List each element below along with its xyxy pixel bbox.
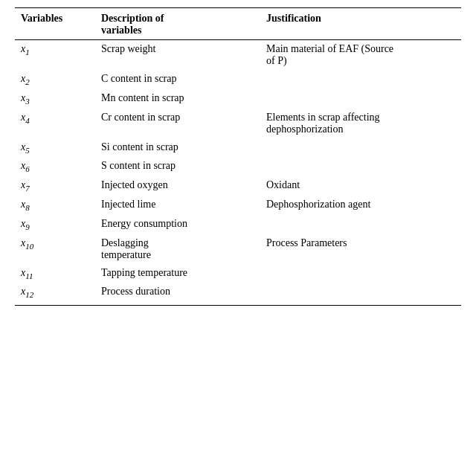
variable-x11: x11 <box>15 264 95 283</box>
description-x5: Si content in scrap <box>95 138 260 158</box>
description-x7: Injected oxygen <box>95 176 260 196</box>
table-row: x3 Mn content in scrap <box>15 89 461 109</box>
justification-x4: Elements in scrap affectingdephosphoriza… <box>260 109 461 138</box>
variable-x12: x12 <box>15 283 95 305</box>
variable-x8: x8 <box>15 196 95 215</box>
justification-x10: Process Parameters <box>260 234 461 264</box>
justification-x7: Oxidant <box>260 176 461 196</box>
table-row: x2 C content in scrap <box>15 70 461 89</box>
table-row: x12 Process duration <box>15 283 461 305</box>
description-x3: Mn content in scrap <box>95 89 260 109</box>
table-row: x1 Scrap weight Main material of EAF (So… <box>15 40 461 71</box>
header-variables: Variables <box>15 8 95 40</box>
variable-x6: x6 <box>15 157 95 176</box>
justification-x1: Main material of EAF (Sourceof P) <box>260 40 461 71</box>
justification-x9 <box>260 215 461 234</box>
description-x10: Deslagging temperature <box>95 234 260 264</box>
table-row: x7 Injected oxygen Oxidant <box>15 176 461 196</box>
table-row: x5 Si content in scrap <box>15 138 461 158</box>
variable-x7: x7 <box>15 176 95 196</box>
variable-x10: x10 <box>15 234 95 264</box>
variable-x2: x2 <box>15 70 95 89</box>
variable-x1: x1 <box>15 40 95 71</box>
justification-x8: Dephosphorization agent <box>260 196 461 215</box>
description-x1: Scrap weight <box>95 40 260 71</box>
variable-x5: x5 <box>15 138 95 158</box>
header-justification: Justification <box>260 8 461 40</box>
description-x4: Cr content in scrap <box>95 109 260 138</box>
header-description: Description of variables <box>95 8 260 40</box>
variable-x9: x9 <box>15 215 95 234</box>
justification-x11 <box>260 264 461 283</box>
variables-table: Variables Description of variables Justi… <box>15 7 461 306</box>
description-x6: S content in scrap <box>95 157 260 176</box>
description-x9: Energy consumption <box>95 215 260 234</box>
variable-x3: x3 <box>15 89 95 109</box>
justification-x2 <box>260 70 461 89</box>
table-row: x8 Injected lime Dephosphorization agent <box>15 196 461 215</box>
description-x2: C content in scrap <box>95 70 260 89</box>
description-x8: Injected lime <box>95 196 260 215</box>
table-row: x9 Energy consumption <box>15 215 461 234</box>
table-row: x6 S content in scrap <box>15 157 461 176</box>
table-row: x10 Deslagging temperature Process Param… <box>15 234 461 264</box>
variable-x4: x4 <box>15 109 95 138</box>
justification-x12 <box>260 283 461 305</box>
justification-x5 <box>260 138 461 158</box>
justification-x3 <box>260 89 461 109</box>
justification-x6 <box>260 157 461 176</box>
description-x11: Tapping temperature <box>95 264 260 283</box>
table-row: x4 Cr content in scrap Elements in scrap… <box>15 109 461 138</box>
description-x12: Process duration <box>95 283 260 305</box>
table-row: x11 Tapping temperature <box>15 264 461 283</box>
